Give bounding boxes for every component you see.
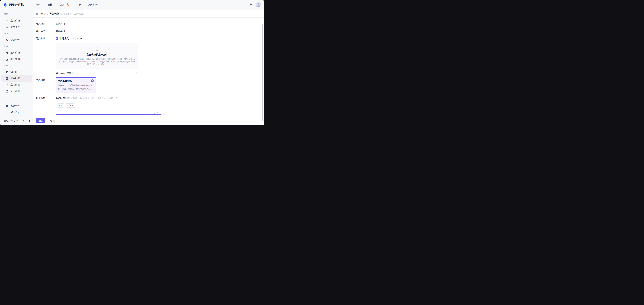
remove-file-icon[interactable] [136, 72, 138, 75]
sidebar-item-app-marketplace[interactable]: 应用广场 [1, 18, 32, 24]
import-category-value: 默认类目 [56, 22, 65, 25]
doc-recognition-row: 文档识别 文档智能解析 使用阿里云文档智能解析服务据解析文档，抽取文档内容、层级… [36, 77, 260, 93]
workspace-switcher[interactable]: 默认业务空间 [0, 117, 33, 125]
lightning-icon [6, 39, 8, 42]
uploaded-file-row: Java面试题.txt [56, 71, 138, 75]
bailian-logo-icon [3, 3, 8, 7]
nav-apps[interactable]: 应用 [48, 3, 52, 7]
brand-name: 阿里云百炼 [9, 3, 24, 7]
form-footer: 确认 取消 [33, 116, 264, 125]
chart-icon [6, 77, 8, 80]
sidebar-section-mcp: MCP [0, 30, 33, 37]
user-avatar[interactable] [256, 2, 261, 8]
sidebar-item-mcp-management[interactable]: MCP 管理 [1, 37, 32, 43]
nav-api-reference[interactable]: API参考 [88, 3, 98, 7]
upload-icon [95, 47, 99, 51]
radio-oss[interactable]: OSS [74, 37, 82, 40]
compass-icon [6, 83, 8, 87]
sidebar-item-app-evaluation[interactable]: 应用评测 [1, 82, 32, 88]
confirm-button[interactable]: 确认 [36, 118, 46, 123]
workspace-name: 默认业务空间 [4, 119, 18, 122]
sidebar-item-app-data[interactable]: 应用数据 [1, 75, 32, 82]
breadcrumb: 应用数据 / 导入数据 已上传文档（1/100000） [33, 11, 264, 18]
nav-mcp[interactable]: MCP🔥 [60, 3, 69, 6]
import-method-row: 导入方式 本地上传 OSS [36, 36, 260, 41]
doc-card-description: 使用阿里云文档智能解析服务据解析文档，抽取文档内容、层级结构等信息。 [58, 84, 94, 91]
doc-card-title: 文档智能解析 [58, 80, 94, 83]
app-manage-icon [6, 26, 8, 29]
nav-models[interactable]: 模型 [36, 3, 40, 7]
vertical-scrollbar[interactable] [262, 24, 263, 121]
sidebar-section-components: 组件 [0, 43, 33, 50]
add-tag-label: 新增标签 [56, 97, 65, 100]
doc-card-radio-selected-icon[interactable] [91, 79, 94, 82]
chevron-up-icon[interactable] [22, 120, 25, 122]
category-type-value: 本地类目 [56, 30, 65, 33]
radio-local-upload[interactable]: 本地上传 [56, 37, 69, 40]
sidebar-item-app-management[interactable]: 应用管理 [1, 24, 32, 30]
top-bar: 阿里云百炼 模型 应用 MCP🔥 文档 API参考 [0, 0, 264, 10]
sidebar-item-knowledge-base[interactable]: 知识库 [1, 69, 32, 75]
collapse-sidebar-icon[interactable] [28, 120, 31, 122]
fire-icon: 🔥 [66, 3, 69, 6]
app-grid-icon [6, 19, 8, 23]
sidebar-item-component-management[interactable]: 组件管理 [1, 56, 32, 62]
sidebar: 应用 应用广场 应用管理 MCP [0, 10, 33, 125]
puzzle-manage-icon [6, 58, 8, 61]
tags-label-row: 配置标签 新增标签 (请输入标签，最多32个字符，可通过回车添加) [36, 96, 260, 101]
topbar-right [248, 2, 264, 8]
category-type-row: 类目类型 本地类目 [36, 29, 260, 34]
doc-smart-parse-card[interactable]: 文档智能解析 使用阿里云文档智能解析服务据解析文档，抽取文档内容、层级结构等信息… [56, 77, 96, 93]
paperclip-icon [56, 72, 58, 75]
radio-unselected-icon [74, 37, 76, 40]
tag-chips: java 面试题 [57, 103, 160, 108]
radio-selected-icon [56, 37, 58, 40]
sidebar-item-app-observation[interactable]: 应用观测 [1, 88, 32, 94]
sidebar-item-api-key[interactable]: API-Key [1, 109, 32, 116]
key-icon [6, 111, 8, 114]
puzzle-icon [6, 51, 8, 55]
sidebar-section-apps: 应用 [0, 11, 33, 18]
upload-dropzone[interactable]: 点击或拖拽上传文件 支持 .pdf,.doc,.docx,.txt,.md,.p… [56, 43, 138, 69]
add-tag-hint: (请输入标签，最多32个字符，可通过回车添加) [65, 97, 114, 100]
import-form: 导入类目 默认类目 类目类型 本地类目 导入方式 本地上传 OSS [33, 21, 264, 115]
sidebar-section-data: 数据 [0, 62, 33, 69]
sidebar-item-system-management[interactable]: 系统管理 [1, 103, 32, 109]
uploaded-doc-count: 已上传文档（1/100000） [61, 12, 84, 16]
cancel-button[interactable]: 取消 [48, 118, 57, 123]
nav-docs[interactable]: 文档 [76, 3, 81, 7]
import-category-row: 导入类目 默认类目 [36, 21, 260, 26]
tag-chip[interactable]: 面试题 [66, 103, 75, 108]
settings-gear-icon[interactable] [248, 3, 252, 7]
tag-chip[interactable]: java [57, 103, 64, 108]
upload-hints: 支持 .pdf,.doc,.docx,.txt,.md,.pptx,.ppt,.… [58, 58, 135, 66]
upload-title: 点击或拖拽上传文件 [86, 53, 108, 56]
breadcrumb-current: 导入数据 [49, 12, 59, 16]
book-icon [6, 71, 8, 74]
help-icon[interactable] [115, 97, 118, 100]
tags-input[interactable]: java 面试题 (2/32) [56, 102, 161, 115]
brand-logo[interactable]: 阿里云百炼 [0, 3, 32, 7]
pie-chart-icon [6, 90, 8, 93]
breadcrumb-parent[interactable]: 应用数据 [36, 12, 46, 16]
tag-counter: (2/32) [154, 111, 159, 114]
uploaded-file-name[interactable]: Java面试题.txt [59, 72, 74, 75]
person-icon [6, 104, 8, 108]
sidebar-item-component-marketplace[interactable]: 组件广场 [1, 50, 32, 56]
top-nav: 模型 应用 MCP🔥 文档 API参考 [32, 3, 98, 7]
app-window: 阿里云百炼 模型 应用 MCP🔥 文档 API参考 [0, 0, 264, 125]
main-panel: 应用数据 / 导入数据 已上传文档（1/100000） 导入类目 默认类目 类目… [33, 11, 264, 125]
